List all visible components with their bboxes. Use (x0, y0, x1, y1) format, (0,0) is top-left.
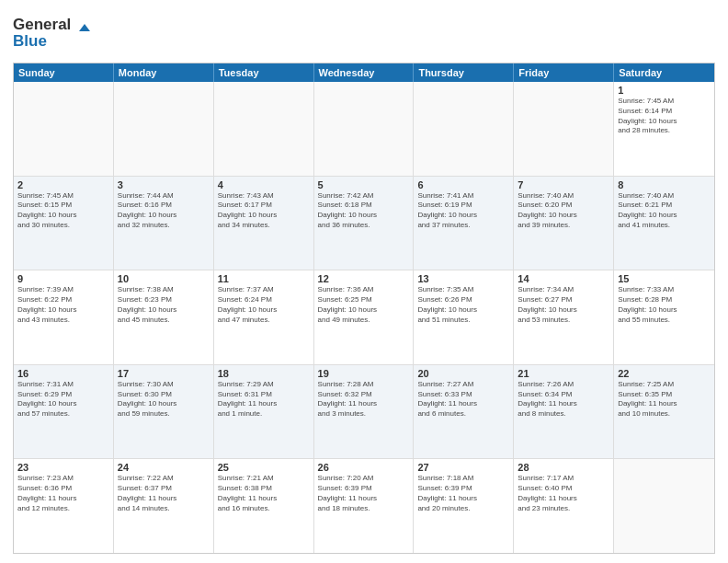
day-info: Sunrise: 7:38 AM Sunset: 6:23 PM Dayligh… (118, 285, 210, 325)
day-number: 15 (618, 273, 711, 284)
day-number: 1 (618, 85, 711, 96)
calendar-header: SundayMondayTuesdayWednesdayThursdayFrid… (14, 63, 714, 82)
calendar-cell: 5Sunrise: 7:42 AM Sunset: 6:18 PM Daylig… (314, 177, 415, 270)
calendar-row: 9Sunrise: 7:39 AM Sunset: 6:22 PM Daylig… (14, 270, 714, 365)
calendar-cell: 22Sunrise: 7:25 AM Sunset: 6:35 PM Dayli… (614, 365, 714, 459)
calendar-cell: 19Sunrise: 7:28 AM Sunset: 6:32 PM Dayli… (314, 365, 415, 459)
calendar-row: 16Sunrise: 7:31 AM Sunset: 6:29 PM Dayli… (14, 365, 714, 460)
calendar-cell: 11Sunrise: 7:37 AM Sunset: 6:24 PM Dayli… (214, 270, 314, 364)
day-info: Sunrise: 7:40 AM Sunset: 6:20 PM Dayligh… (518, 191, 609, 231)
day-info: Sunrise: 7:44 AM Sunset: 6:16 PM Dayligh… (118, 191, 210, 231)
day-number: 4 (218, 179, 310, 190)
day-number: 22 (618, 368, 711, 379)
day-number: 16 (17, 368, 109, 379)
day-info: Sunrise: 7:37 AM Sunset: 6:24 PM Dayligh… (218, 285, 310, 325)
day-info: Sunrise: 7:43 AM Sunset: 6:17 PM Dayligh… (218, 191, 310, 231)
day-number: 24 (118, 462, 210, 473)
day-number: 25 (218, 462, 310, 473)
day-number: 13 (417, 273, 509, 284)
day-info: Sunrise: 7:21 AM Sunset: 6:38 PM Dayligh… (218, 474, 310, 513)
logo: General Blue (13, 13, 96, 57)
day-info: Sunrise: 7:28 AM Sunset: 6:32 PM Dayligh… (318, 380, 410, 419)
calendar-cell: 2Sunrise: 7:45 AM Sunset: 6:15 PM Daylig… (14, 177, 114, 270)
day-number: 26 (318, 462, 410, 473)
calendar-cell: 28Sunrise: 7:17 AM Sunset: 6:40 PM Dayli… (514, 459, 614, 553)
day-number: 11 (218, 273, 310, 284)
calendar: SundayMondayTuesdayWednesdayThursdayFrid… (13, 63, 715, 554)
calendar-cell: 18Sunrise: 7:29 AM Sunset: 6:31 PM Dayli… (214, 365, 314, 459)
day-info: Sunrise: 7:45 AM Sunset: 6:15 PM Dayligh… (17, 191, 109, 231)
calendar-cell: 17Sunrise: 7:30 AM Sunset: 6:30 PM Dayli… (114, 365, 214, 459)
day-number: 17 (118, 368, 210, 379)
day-number: 9 (17, 273, 109, 284)
day-info: Sunrise: 7:30 AM Sunset: 6:30 PM Dayligh… (118, 380, 210, 419)
day-info: Sunrise: 7:29 AM Sunset: 6:31 PM Dayligh… (218, 380, 310, 419)
day-number: 23 (17, 462, 109, 473)
calendar-cell (214, 82, 314, 176)
day-number: 7 (518, 179, 609, 190)
day-number: 21 (518, 368, 609, 379)
day-number: 27 (417, 462, 509, 473)
day-info: Sunrise: 7:34 AM Sunset: 6:27 PM Dayligh… (518, 285, 609, 325)
calendar-cell: 21Sunrise: 7:26 AM Sunset: 6:34 PM Dayli… (514, 365, 614, 459)
day-number: 3 (118, 179, 210, 190)
calendar-cell: 20Sunrise: 7:27 AM Sunset: 6:33 PM Dayli… (414, 365, 514, 459)
day-number: 10 (118, 273, 210, 284)
day-number: 2 (17, 179, 109, 190)
day-info: Sunrise: 7:31 AM Sunset: 6:29 PM Dayligh… (17, 380, 109, 419)
calendar-cell: 1Sunrise: 7:45 AM Sunset: 6:14 PM Daylig… (614, 82, 714, 176)
calendar-cell: 6Sunrise: 7:41 AM Sunset: 6:19 PM Daylig… (414, 177, 514, 270)
day-number: 12 (318, 273, 410, 284)
day-info: Sunrise: 7:22 AM Sunset: 6:37 PM Dayligh… (118, 474, 210, 513)
svg-text:General: General (13, 16, 71, 33)
day-info: Sunrise: 7:39 AM Sunset: 6:22 PM Dayligh… (17, 285, 109, 325)
day-info: Sunrise: 7:23 AM Sunset: 6:36 PM Dayligh… (17, 474, 109, 513)
calendar-cell: 14Sunrise: 7:34 AM Sunset: 6:27 PM Dayli… (514, 270, 614, 364)
calendar-cell (614, 459, 714, 553)
day-number: 19 (318, 368, 410, 379)
day-info: Sunrise: 7:20 AM Sunset: 6:39 PM Dayligh… (318, 474, 410, 513)
calendar-cell: 13Sunrise: 7:35 AM Sunset: 6:26 PM Dayli… (414, 270, 514, 364)
calendar-cell: 24Sunrise: 7:22 AM Sunset: 6:37 PM Dayli… (114, 459, 214, 553)
weekday-header: Saturday (614, 63, 714, 82)
day-number: 6 (417, 179, 509, 190)
day-info: Sunrise: 7:17 AM Sunset: 6:40 PM Dayligh… (518, 474, 609, 513)
calendar-body: 1Sunrise: 7:45 AM Sunset: 6:14 PM Daylig… (14, 82, 714, 553)
calendar-cell: 8Sunrise: 7:40 AM Sunset: 6:21 PM Daylig… (614, 177, 714, 270)
weekday-header: Sunday (14, 63, 114, 82)
calendar-cell: 7Sunrise: 7:40 AM Sunset: 6:20 PM Daylig… (514, 177, 614, 270)
day-info: Sunrise: 7:40 AM Sunset: 6:21 PM Dayligh… (618, 191, 711, 231)
svg-text:Blue: Blue (13, 32, 47, 50)
calendar-row: 1Sunrise: 7:45 AM Sunset: 6:14 PM Daylig… (14, 82, 714, 177)
weekday-header: Tuesday (214, 63, 314, 82)
calendar-cell: 4Sunrise: 7:43 AM Sunset: 6:17 PM Daylig… (214, 177, 314, 270)
day-info: Sunrise: 7:26 AM Sunset: 6:34 PM Dayligh… (518, 380, 609, 419)
day-info: Sunrise: 7:18 AM Sunset: 6:39 PM Dayligh… (417, 474, 509, 513)
page: General Blue SundayMondayTuesdayWednesda… (0, 0, 728, 563)
day-info: Sunrise: 7:25 AM Sunset: 6:35 PM Dayligh… (618, 380, 711, 419)
calendar-cell: 3Sunrise: 7:44 AM Sunset: 6:16 PM Daylig… (114, 177, 214, 270)
calendar-cell (114, 82, 214, 176)
calendar-cell (514, 82, 614, 176)
day-info: Sunrise: 7:41 AM Sunset: 6:19 PM Dayligh… (417, 191, 509, 231)
logo-text: General Blue (13, 13, 96, 57)
calendar-row: 23Sunrise: 7:23 AM Sunset: 6:36 PM Dayli… (14, 459, 714, 553)
day-info: Sunrise: 7:33 AM Sunset: 6:28 PM Dayligh… (618, 285, 711, 325)
day-info: Sunrise: 7:36 AM Sunset: 6:25 PM Dayligh… (318, 285, 410, 325)
calendar-cell: 10Sunrise: 7:38 AM Sunset: 6:23 PM Dayli… (114, 270, 214, 364)
day-number: 20 (417, 368, 509, 379)
day-info: Sunrise: 7:27 AM Sunset: 6:33 PM Dayligh… (417, 380, 509, 419)
calendar-cell: 25Sunrise: 7:21 AM Sunset: 6:38 PM Dayli… (214, 459, 314, 553)
day-info: Sunrise: 7:42 AM Sunset: 6:18 PM Dayligh… (318, 191, 410, 231)
day-number: 5 (318, 179, 410, 190)
day-number: 14 (518, 273, 609, 284)
header: General Blue (13, 9, 715, 57)
day-info: Sunrise: 7:45 AM Sunset: 6:14 PM Dayligh… (618, 97, 711, 136)
weekday-header: Thursday (414, 63, 514, 82)
weekday-header: Friday (514, 63, 614, 82)
day-info: Sunrise: 7:35 AM Sunset: 6:26 PM Dayligh… (417, 285, 509, 325)
day-number: 18 (218, 368, 310, 379)
calendar-row: 2Sunrise: 7:45 AM Sunset: 6:15 PM Daylig… (14, 177, 714, 271)
calendar-cell: 23Sunrise: 7:23 AM Sunset: 6:36 PM Dayli… (14, 459, 114, 553)
day-number: 28 (518, 462, 609, 473)
